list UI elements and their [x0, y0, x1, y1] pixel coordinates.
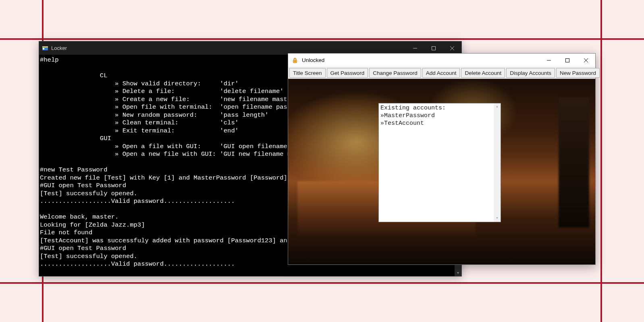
close-button[interactable]: [577, 54, 595, 67]
add-account-button[interactable]: Add Account: [422, 68, 460, 78]
delete-account-button[interactable]: Delete Account: [461, 68, 505, 78]
scroll-up-icon[interactable]: ▴: [494, 103, 501, 110]
gui-toolbar: Title ScreenGet PasswordChange PasswordA…: [288, 67, 595, 79]
app-icon: [39, 45, 51, 52]
svg-rect-1: [42, 46, 48, 47]
terminal-title: Locker: [51, 45, 67, 51]
gui-window: Unlocked Title ScreenGet PasswordChange …: [288, 53, 596, 265]
svg-rect-10: [566, 58, 569, 62]
scroll-down-icon[interactable]: ▾: [455, 269, 461, 276]
svg-rect-4: [432, 46, 436, 50]
svg-rect-2: [43, 48, 44, 50]
accounts-scrollbar[interactable]: ▴ ▾: [494, 103, 501, 222]
change-password-button[interactable]: Change Password: [369, 68, 421, 78]
gui-body: Existing accounts: »MasterPassword »Test…: [288, 79, 595, 264]
gui-title: Unlocked: [302, 57, 324, 63]
accounts-list[interactable]: Existing accounts: »MasterPassword »Test…: [379, 103, 494, 222]
svg-point-8: [295, 61, 295, 62]
display-accounts-button[interactable]: Display Accounts: [506, 68, 555, 78]
grid-hline: [0, 38, 644, 40]
scroll-down-icon[interactable]: ▾: [494, 215, 501, 222]
get-password-button[interactable]: Get Password: [327, 68, 368, 78]
grid-hline: [0, 282, 644, 284]
grid-vline: [600, 0, 602, 322]
gui-titlebar[interactable]: Unlocked: [288, 54, 595, 67]
new-password-button[interactable]: New Password: [556, 68, 600, 78]
lock-icon: [288, 57, 302, 64]
minimize-button[interactable]: [540, 54, 558, 67]
maximize-button[interactable]: [558, 54, 577, 67]
accounts-panel: Existing accounts: »MasterPassword »Test…: [378, 103, 501, 222]
title-screen-button[interactable]: Title Screen: [289, 68, 326, 78]
